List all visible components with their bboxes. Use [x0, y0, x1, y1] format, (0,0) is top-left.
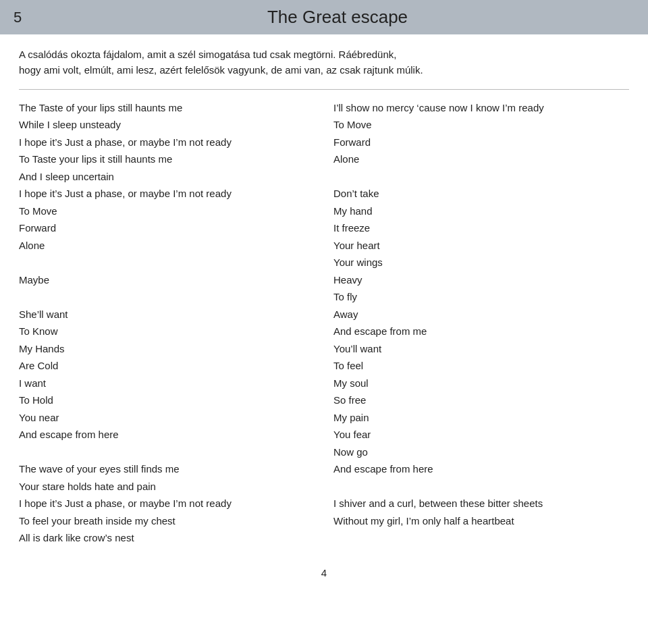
left-lyric-line: The wave of your eyes still finds me [19, 460, 315, 478]
right-lyric-line: Away [333, 306, 629, 323]
right-lyric-line: My soul [333, 375, 629, 392]
left-lyric-line: Forward [19, 219, 315, 237]
left-lyric-line: All is dark like crow’s nest [19, 529, 315, 547]
right-lyric-line [333, 168, 629, 186]
right-lyric-line: You’ll want [333, 340, 629, 358]
right-lyric-line: My hand [333, 203, 629, 220]
right-lyric-line: Your heart [333, 237, 629, 254]
right-lyric-line: Now go [333, 444, 629, 461]
left-lyric-line: You near [19, 409, 315, 427]
page-number: 4 [321, 567, 327, 579]
right-lyric-line: I’ll show no mercy ‘cause now I know I’m… [333, 99, 629, 117]
right-lyric-line: Without my girl, I’m only half a heartbe… [333, 512, 629, 530]
left-lyric-line: While I sleep unsteady [19, 116, 315, 134]
right-lyric-line: And escape from me [333, 323, 629, 340]
left-lyric-line: Your stare holds hate and pain [19, 478, 315, 495]
left-lyric-line [19, 444, 315, 461]
left-lyric-line: She’ll want [19, 306, 315, 323]
left-lyric-line: My Hands [19, 340, 315, 358]
left-lyric-line: To Move [19, 203, 315, 220]
footer: 4 [0, 560, 648, 588]
content-area: The Taste of your lips still haunts meWh… [0, 99, 648, 560]
left-lyric-line [19, 288, 315, 306]
intro-line2: hogy ami volt, elmúlt, ami lesz, azért f… [19, 64, 423, 76]
left-lyric-line: I hope it’s Just a phase, or maybe I’m n… [19, 134, 315, 151]
right-lyric-line: So free [333, 392, 629, 409]
left-lyric-line: Maybe [19, 271, 315, 289]
left-lyric-line: I hope it’s Just a phase, or maybe I’m n… [19, 185, 315, 203]
left-lyric-line: Are Cold [19, 357, 315, 375]
right-lyric-line: To feel [333, 357, 629, 375]
right-lyric-line: It freeze [333, 219, 629, 237]
right-lyric-line: To Move [333, 116, 629, 134]
divider [19, 89, 629, 90]
song-title: The Great escape [40, 7, 634, 28]
left-lyric-line: And I sleep uncertain [19, 168, 315, 186]
right-lyric-line [333, 478, 629, 495]
right-lyric-line: To fly [333, 288, 629, 306]
right-lyric-line: Heavy [333, 271, 629, 289]
right-lyric-line: Your wings [333, 254, 629, 271]
header-bar: 5 The Great escape [0, 0, 648, 34]
left-lyric-line: I hope it’s Just a phase, or maybe I’m n… [19, 495, 315, 512]
right-lyric-line: And escape from here [333, 460, 629, 478]
right-lyric-line: I shiver and a curl, between these bitte… [333, 495, 629, 512]
right-lyric-line: You fear [333, 426, 629, 444]
left-lyric-line [19, 254, 315, 271]
left-column: The Taste of your lips still haunts meWh… [14, 99, 324, 547]
right-lyric-line: Forward [333, 134, 629, 151]
left-lyric-line: The Taste of your lips still haunts me [19, 99, 315, 117]
page-section-number: 5 [14, 9, 40, 26]
left-lyric-line: And escape from here [19, 426, 315, 444]
left-lyric-line: I want [19, 375, 315, 392]
left-lyric-line: To Taste your lips it still haunts me [19, 151, 315, 168]
right-column: I’ll show no mercy ‘cause now I know I’m… [324, 99, 634, 547]
left-lyric-line: To Hold [19, 392, 315, 409]
left-lyric-line: To Know [19, 323, 315, 340]
right-lyric-line: My pain [333, 409, 629, 427]
left-lyric-line: Alone [19, 237, 315, 254]
intro-line1: A csalódás okozta fájdalom, amit a szél … [19, 49, 396, 60]
intro-block: A csalódás okozta fájdalom, amit a szél … [0, 34, 648, 85]
left-lyric-line: To feel your breath inside my chest [19, 512, 315, 530]
right-lyric-line: Don’t take [333, 185, 629, 203]
right-lyric-line: Alone [333, 151, 629, 168]
